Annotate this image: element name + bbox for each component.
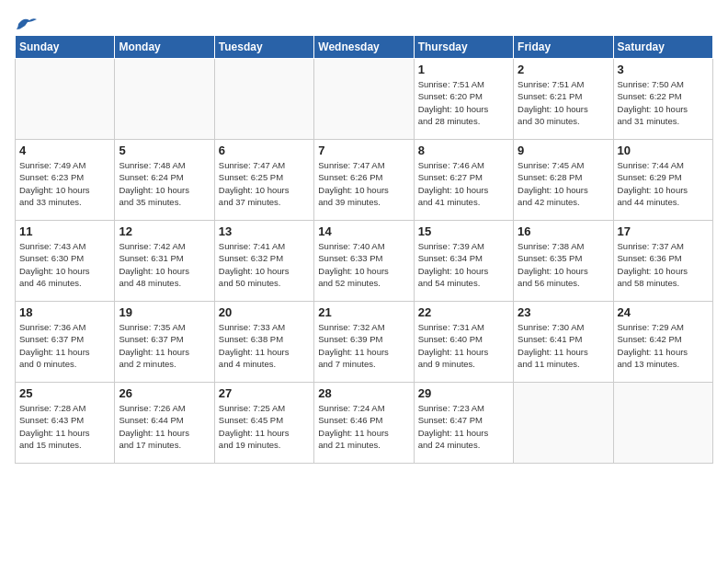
calendar-header-monday: Monday <box>115 36 214 59</box>
calendar-week-5: 25Sunrise: 7:28 AM Sunset: 6:43 PM Dayli… <box>16 383 713 464</box>
day-info: Sunrise: 7:36 AM Sunset: 6:37 PM Dayligh… <box>19 321 110 370</box>
calendar-body: 1Sunrise: 7:51 AM Sunset: 6:20 PM Daylig… <box>16 59 713 464</box>
day-number: 3 <box>618 63 709 76</box>
calendar-cell: 8Sunrise: 7:46 AM Sunset: 6:27 PM Daylig… <box>414 140 513 221</box>
day-info: Sunrise: 7:29 AM Sunset: 6:42 PM Dayligh… <box>618 321 709 370</box>
day-number: 24 <box>618 305 709 319</box>
logo <box>15 15 37 28</box>
calendar-header-row: SundayMondayTuesdayWednesdayThursdayFrid… <box>16 36 713 59</box>
calendar-cell <box>314 59 414 140</box>
calendar-cell: 19Sunrise: 7:35 AM Sunset: 6:37 PM Dayli… <box>115 302 214 383</box>
day-info: Sunrise: 7:33 AM Sunset: 6:38 PM Dayligh… <box>219 321 310 370</box>
day-number: 23 <box>518 305 609 319</box>
day-number: 22 <box>418 305 509 319</box>
day-number: 13 <box>219 224 310 238</box>
day-info: Sunrise: 7:31 AM Sunset: 6:40 PM Dayligh… <box>418 321 509 370</box>
day-number: 21 <box>318 305 409 319</box>
calendar-table: SundayMondayTuesdayWednesdayThursdayFrid… <box>15 35 713 464</box>
day-info: Sunrise: 7:47 AM Sunset: 6:26 PM Dayligh… <box>318 159 409 208</box>
day-number: 5 <box>119 144 210 157</box>
day-info: Sunrise: 7:26 AM Sunset: 6:44 PM Dayligh… <box>119 402 210 451</box>
day-number: 10 <box>618 144 709 157</box>
day-info: Sunrise: 7:48 AM Sunset: 6:24 PM Dayligh… <box>119 159 210 208</box>
day-number: 12 <box>119 224 210 238</box>
day-number: 9 <box>518 144 609 157</box>
calendar-cell <box>115 59 214 140</box>
day-info: Sunrise: 7:44 AM Sunset: 6:29 PM Dayligh… <box>618 159 709 208</box>
day-number: 11 <box>19 224 110 238</box>
calendar-week-3: 11Sunrise: 7:43 AM Sunset: 6:30 PM Dayli… <box>16 221 713 302</box>
calendar-header-tuesday: Tuesday <box>214 36 313 59</box>
day-number: 15 <box>418 224 509 238</box>
day-info: Sunrise: 7:24 AM Sunset: 6:46 PM Dayligh… <box>318 402 409 451</box>
calendar-cell: 24Sunrise: 7:29 AM Sunset: 6:42 PM Dayli… <box>613 302 712 383</box>
calendar-cell: 4Sunrise: 7:49 AM Sunset: 6:23 PM Daylig… <box>16 140 115 221</box>
calendar-cell <box>613 383 712 464</box>
calendar-week-2: 4Sunrise: 7:49 AM Sunset: 6:23 PM Daylig… <box>16 140 713 221</box>
calendar-cell: 17Sunrise: 7:37 AM Sunset: 6:36 PM Dayli… <box>613 221 712 302</box>
calendar-cell: 28Sunrise: 7:24 AM Sunset: 6:46 PM Dayli… <box>314 383 414 464</box>
calendar-cell: 3Sunrise: 7:50 AM Sunset: 6:22 PM Daylig… <box>613 59 712 140</box>
day-info: Sunrise: 7:35 AM Sunset: 6:37 PM Dayligh… <box>119 321 210 370</box>
day-number: 28 <box>318 386 409 400</box>
calendar-cell: 9Sunrise: 7:45 AM Sunset: 6:28 PM Daylig… <box>514 140 613 221</box>
calendar-cell <box>514 383 613 464</box>
day-number: 25 <box>19 386 110 400</box>
day-info: Sunrise: 7:47 AM Sunset: 6:25 PM Dayligh… <box>219 159 310 208</box>
day-number: 29 <box>418 386 509 400</box>
calendar-cell: 2Sunrise: 7:51 AM Sunset: 6:21 PM Daylig… <box>514 59 613 140</box>
day-number: 19 <box>119 305 210 319</box>
calendar-cell: 22Sunrise: 7:31 AM Sunset: 6:40 PM Dayli… <box>414 302 513 383</box>
day-info: Sunrise: 7:30 AM Sunset: 6:41 PM Dayligh… <box>518 321 609 370</box>
day-info: Sunrise: 7:28 AM Sunset: 6:43 PM Dayligh… <box>19 402 110 451</box>
day-number: 20 <box>219 305 310 319</box>
calendar-cell: 15Sunrise: 7:39 AM Sunset: 6:34 PM Dayli… <box>414 221 513 302</box>
day-info: Sunrise: 7:40 AM Sunset: 6:33 PM Dayligh… <box>318 240 409 289</box>
day-number: 2 <box>518 63 609 76</box>
calendar-cell: 25Sunrise: 7:28 AM Sunset: 6:43 PM Dayli… <box>16 383 115 464</box>
calendar-header-friday: Friday <box>514 36 613 59</box>
day-info: Sunrise: 7:32 AM Sunset: 6:39 PM Dayligh… <box>318 321 409 370</box>
day-number: 18 <box>19 305 110 319</box>
day-number: 17 <box>618 224 709 238</box>
day-info: Sunrise: 7:49 AM Sunset: 6:23 PM Dayligh… <box>19 159 110 208</box>
calendar-cell: 16Sunrise: 7:38 AM Sunset: 6:35 PM Dayli… <box>514 221 613 302</box>
calendar-cell: 12Sunrise: 7:42 AM Sunset: 6:31 PM Dayli… <box>115 221 214 302</box>
day-info: Sunrise: 7:51 AM Sunset: 6:21 PM Dayligh… <box>518 78 609 127</box>
calendar-header-saturday: Saturday <box>613 36 712 59</box>
day-info: Sunrise: 7:45 AM Sunset: 6:28 PM Dayligh… <box>518 159 609 208</box>
day-number: 14 <box>318 224 409 238</box>
day-number: 26 <box>119 386 210 400</box>
day-info: Sunrise: 7:42 AM Sunset: 6:31 PM Dayligh… <box>119 240 210 289</box>
calendar-cell: 21Sunrise: 7:32 AM Sunset: 6:39 PM Dayli… <box>314 302 414 383</box>
day-number: 8 <box>418 144 509 157</box>
calendar-header-thursday: Thursday <box>414 36 513 59</box>
calendar-header-wednesday: Wednesday <box>314 36 414 59</box>
day-number: 4 <box>19 144 110 157</box>
calendar-week-1: 1Sunrise: 7:51 AM Sunset: 6:20 PM Daylig… <box>16 59 713 140</box>
calendar-cell <box>214 59 313 140</box>
day-info: Sunrise: 7:41 AM Sunset: 6:32 PM Dayligh… <box>219 240 310 289</box>
day-info: Sunrise: 7:50 AM Sunset: 6:22 PM Dayligh… <box>618 78 709 127</box>
calendar-cell: 13Sunrise: 7:41 AM Sunset: 6:32 PM Dayli… <box>214 221 313 302</box>
calendar-cell: 10Sunrise: 7:44 AM Sunset: 6:29 PM Dayli… <box>613 140 712 221</box>
calendar-cell <box>16 59 115 140</box>
calendar-header-sunday: Sunday <box>16 36 115 59</box>
calendar-cell: 14Sunrise: 7:40 AM Sunset: 6:33 PM Dayli… <box>314 221 414 302</box>
calendar-cell: 27Sunrise: 7:25 AM Sunset: 6:45 PM Dayli… <box>214 383 313 464</box>
day-number: 7 <box>318 144 409 157</box>
calendar-cell: 6Sunrise: 7:47 AM Sunset: 6:25 PM Daylig… <box>214 140 313 221</box>
day-number: 6 <box>219 144 310 157</box>
page-header <box>15 15 713 28</box>
day-info: Sunrise: 7:51 AM Sunset: 6:20 PM Dayligh… <box>418 78 509 127</box>
day-info: Sunrise: 7:37 AM Sunset: 6:36 PM Dayligh… <box>618 240 709 289</box>
calendar-week-4: 18Sunrise: 7:36 AM Sunset: 6:37 PM Dayli… <box>16 302 713 383</box>
day-info: Sunrise: 7:39 AM Sunset: 6:34 PM Dayligh… <box>418 240 509 289</box>
calendar-cell: 26Sunrise: 7:26 AM Sunset: 6:44 PM Dayli… <box>115 383 214 464</box>
day-info: Sunrise: 7:38 AM Sunset: 6:35 PM Dayligh… <box>518 240 609 289</box>
day-info: Sunrise: 7:43 AM Sunset: 6:30 PM Dayligh… <box>19 240 110 289</box>
day-info: Sunrise: 7:46 AM Sunset: 6:27 PM Dayligh… <box>418 159 509 208</box>
day-info: Sunrise: 7:25 AM Sunset: 6:45 PM Dayligh… <box>219 402 310 451</box>
day-info: Sunrise: 7:23 AM Sunset: 6:47 PM Dayligh… <box>418 402 509 451</box>
calendar-cell: 11Sunrise: 7:43 AM Sunset: 6:30 PM Dayli… <box>16 221 115 302</box>
